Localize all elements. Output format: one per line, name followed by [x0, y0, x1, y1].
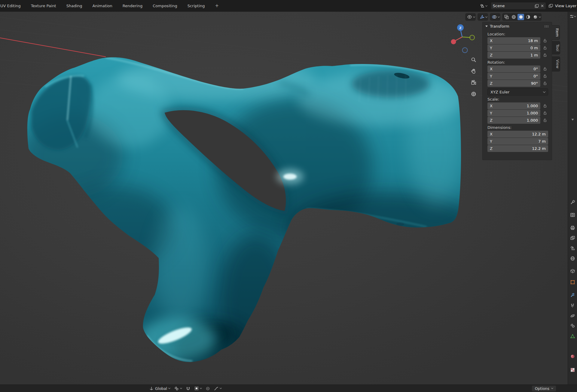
tab-scripting[interactable]: Scripting	[182, 1, 210, 11]
scene-controls: Scene View Layer	[479, 2, 577, 10]
pan-hand-button[interactable]	[469, 67, 478, 75]
field-value: 0°	[533, 67, 538, 71]
gizmos-toggle-button[interactable]	[478, 14, 485, 20]
lock-icon[interactable]	[542, 81, 548, 85]
gizmo-z-label: Z	[459, 26, 462, 30]
properties-tab-object[interactable]	[568, 280, 577, 285]
rotation-mode-dropdown[interactable]: XYZ Euler	[487, 88, 548, 96]
properties-tab-object-data[interactable]	[568, 334, 577, 339]
properties-tab-particles[interactable]	[568, 303, 577, 308]
gizmo-x-axis[interactable]	[451, 39, 456, 44]
properties-tab-tool[interactable]	[568, 200, 577, 205]
lock-icon[interactable]	[542, 118, 548, 122]
properties-tab-texture[interactable]	[568, 367, 577, 372]
xray-toggle-button[interactable]	[503, 14, 510, 20]
tab-uv-editing[interactable]: UV Editing	[0, 1, 26, 11]
shading-solid-button[interactable]	[517, 14, 524, 20]
properties-tab-material[interactable]	[568, 354, 577, 359]
dimensions-y-field[interactable]: Y 7 m	[487, 138, 548, 145]
chevron-down-icon[interactable]	[539, 15, 541, 17]
properties-tab-render[interactable]	[568, 212, 577, 217]
shading-wireframe-button[interactable]	[510, 14, 517, 20]
scene-name-field[interactable]: Scene	[491, 2, 546, 10]
lock-icon[interactable]	[542, 46, 548, 50]
zoom-button[interactable]	[469, 56, 478, 64]
location-x-field[interactable]: X 18 m	[487, 37, 540, 44]
rotation-x-field[interactable]: X 0°	[487, 65, 540, 72]
viewport-3d-model[interactable]	[21, 57, 481, 366]
orientation-icon	[149, 386, 154, 390]
properties-tab-constraints[interactable]	[568, 323, 577, 328]
properties-tab-physics[interactable]	[568, 313, 577, 318]
new-scene-icon[interactable]	[535, 4, 539, 8]
properties-tab-view-layer[interactable]	[568, 236, 577, 241]
tab-rendering[interactable]: Rendering	[118, 1, 148, 11]
properties-tab-world[interactable]	[568, 256, 577, 261]
rotation-rows: X 0° Y 0° Z 90°	[487, 65, 548, 87]
tab-compositing[interactable]: Compositing	[148, 1, 182, 11]
tab-shading[interactable]: Shading	[61, 1, 87, 11]
properties-tab-scene[interactable]	[568, 246, 577, 251]
options-dropdown[interactable]: Options	[532, 386, 556, 391]
location-z-field[interactable]: Z 1 m	[487, 52, 540, 59]
lock-icon[interactable]	[542, 111, 548, 115]
scale-y-field[interactable]: Y 1.000	[487, 110, 540, 117]
transform-orientation-dropdown[interactable]: Global	[149, 386, 170, 391]
add-workspace-button[interactable]: +	[210, 1, 220, 11]
chevron-down-icon	[543, 90, 545, 93]
snap-target-dropdown[interactable]	[174, 386, 182, 391]
properties-tab-output[interactable]	[568, 225, 577, 230]
proportional-editing-toggle[interactable]	[206, 387, 210, 390]
region-collapse-arrow[interactable]	[568, 119, 577, 121]
rotation-z-field[interactable]: Z 90°	[487, 80, 540, 87]
view-layer-selector[interactable]: View Layer	[548, 4, 576, 8]
object-visibility-button[interactable]	[466, 14, 473, 20]
lock-icon[interactable]	[542, 53, 548, 57]
sidebar-tab-tool[interactable]: Tool	[552, 41, 560, 54]
chevron-down-icon[interactable]	[473, 15, 475, 17]
lock-icon[interactable]	[542, 39, 548, 43]
viewport-3d[interactable]: Z	[0, 12, 568, 384]
chevron-down-icon[interactable]	[498, 15, 500, 17]
dimensions-x-field[interactable]: X 12.2 m	[487, 131, 548, 138]
field-value: 12.2 m	[532, 132, 546, 136]
lock-icon[interactable]	[542, 104, 548, 108]
axis-label: Y	[490, 111, 492, 115]
field-value: 0°	[533, 74, 538, 78]
overlays-toggle-button[interactable]	[491, 14, 497, 20]
shading-rendered-button[interactable]	[532, 14, 539, 20]
pivot-point-dropdown[interactable]	[194, 386, 202, 390]
tab-animation[interactable]: Animation	[87, 1, 118, 11]
properties-tab-collection[interactable]	[568, 269, 577, 274]
properties-tab-modifiers[interactable]	[568, 293, 577, 298]
pivot-icon	[194, 386, 199, 390]
orthographic-grid-button[interactable]	[469, 90, 478, 98]
viewport-header-icons	[465, 13, 542, 21]
scale-x-field[interactable]: X 1.000	[487, 102, 540, 109]
scene-browse-button[interactable]	[479, 3, 488, 9]
rotation-y-field[interactable]: Y 0°	[487, 73, 540, 80]
location-y-field[interactable]: Y 0 m	[487, 44, 540, 51]
dimensions-z-field[interactable]: Z 12.2 m	[487, 145, 548, 152]
sidebar-tab-item[interactable]: Item	[552, 25, 560, 40]
chevron-down-icon[interactable]	[485, 15, 487, 17]
camera-view-button[interactable]	[469, 78, 478, 87]
shading-material-button[interactable]	[525, 14, 531, 20]
gizmo-y-axis[interactable]	[470, 35, 475, 40]
scale-z-field[interactable]: Z 1.000	[487, 117, 540, 124]
snap-toggle-button[interactable]	[186, 386, 190, 391]
axis-label: X	[490, 38, 493, 43]
proportional-falloff-dropdown[interactable]	[214, 387, 221, 390]
lock-icon[interactable]	[542, 67, 548, 71]
transform-panel-header[interactable]: Transform	[483, 22, 552, 30]
lock-icon[interactable]	[542, 74, 548, 78]
sidebar-tab-view[interactable]: View	[552, 56, 560, 71]
editor-type-button[interactable]	[568, 14, 577, 19]
tab-texture-paint[interactable]: Texture Paint	[26, 1, 61, 11]
field-value: 1.000	[527, 118, 538, 123]
field-value: 0 m	[530, 46, 538, 50]
panel-title: Transform	[490, 24, 509, 29]
gizmo-negative-z-axis[interactable]	[463, 48, 468, 53]
drag-dots-icon[interactable]	[544, 25, 549, 27]
unlink-scene-icon[interactable]	[541, 4, 544, 8]
